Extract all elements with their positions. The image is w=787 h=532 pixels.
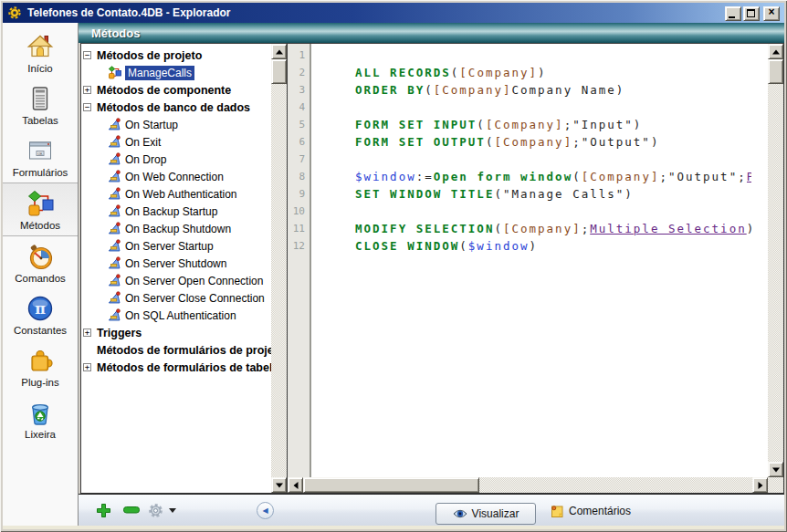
code-token: Company Name) [511, 83, 624, 97]
code-token: [Company] [503, 222, 582, 235]
code-line: CLOSE WINDOW($window) [313, 237, 768, 255]
scroll-right-icon[interactable] [752, 477, 768, 493]
collapse-icon[interactable]: − [83, 51, 91, 59]
tree-row[interactable]: +Métodos de formulários de tabela [81, 359, 271, 376]
sidebar-item-metodos[interactable]: Métodos [3, 183, 78, 236]
tree-row[interactable]: On Server Open Connection [81, 272, 271, 289]
settings-button[interactable] [146, 501, 164, 519]
remove-button[interactable] [122, 506, 141, 515]
code-token: [Company] [459, 66, 538, 79]
code-token: ; [659, 170, 668, 183]
tree-row[interactable]: On Server Shutdown [81, 255, 271, 272]
code-token: ( [425, 83, 434, 97]
tree-row[interactable]: −Métodos de banco de dados [81, 99, 271, 116]
expand-icon[interactable]: + [83, 86, 91, 94]
tree-item-label: On Exit [125, 136, 161, 149]
expand-icon[interactable]: + [83, 329, 91, 337]
tables-icon [26, 84, 54, 113]
maximize-button[interactable] [743, 6, 760, 21]
window-title: Telefones de Contato.4DB - Explorador [27, 6, 230, 19]
footer-toolbar: ◀ Visualizar Comentários [79, 494, 784, 526]
scrollbar-thumb[interactable] [271, 59, 287, 84]
sidebar-item-label: Métodos [20, 220, 60, 231]
sidebar-item-label: Comandos [15, 273, 66, 284]
sidebar-item-label: Tabelas [22, 115, 58, 126]
sidebar-item-label: Início [27, 63, 53, 74]
scroll-left-icon[interactable] [288, 477, 303, 493]
code-token: ALL RECORDS [355, 66, 451, 79]
collapse-icon[interactable]: − [83, 103, 91, 111]
tree-item-label: On Server Open Connection [125, 275, 263, 287]
plugins-icon [26, 346, 54, 375]
minimize-button[interactable] [725, 6, 741, 21]
expand-icon[interactable]: + [83, 363, 91, 371]
code-token: ; [582, 222, 591, 235]
tree-row[interactable]: On Web Connection [81, 168, 271, 185]
tree-row[interactable]: On Web Authentication [81, 185, 271, 203]
sidebar-item-constantes[interactable]: πConstantes [3, 288, 78, 340]
tree-row[interactable]: On Exit [81, 133, 271, 151]
code-line [313, 151, 768, 168]
sidebar-item-lixeira[interactable]: Lixeira [3, 392, 78, 444]
scrollbar-thumb[interactable] [768, 59, 783, 84]
tree-row[interactable]: On Server Close Connection [81, 289, 271, 307]
tree-item-label: On Server Close Connection [125, 292, 265, 305]
tree-row[interactable]: On Backup Shutdown [81, 220, 271, 237]
window-frame-bottom [3, 526, 784, 529]
scroll-up-icon[interactable] [768, 44, 783, 59]
close-button[interactable]: × [763, 6, 780, 21]
tree-row[interactable]: −Métodos de projeto [81, 47, 271, 64]
home-icon [26, 32, 54, 61]
code-token: ) [530, 239, 539, 253]
code-line [313, 47, 768, 64]
tree-row[interactable]: On SQL Authentication [81, 307, 271, 324]
code-token: ( [494, 222, 503, 235]
code-token: ; [572, 135, 582, 149]
editor-horizontal-scrollbar[interactable] [288, 477, 768, 493]
tree-row[interactable]: +Triggers [81, 324, 271, 341]
tree-item-label: On SQL Authentication [125, 309, 236, 322]
sidebar: InícioTabelasOKFormuláriosMétodosComando… [3, 23, 79, 526]
database-method-icon [108, 187, 121, 201]
code-line: ALL RECORDS([Company]) [313, 64, 768, 81]
tree-row[interactable]: On Drop [81, 151, 271, 168]
line-number: 1 [288, 47, 310, 64]
line-number: 5 [288, 116, 310, 133]
code-token: ( [459, 239, 468, 253]
line-number: 7 [288, 151, 310, 168]
sidebar-item-tabelas[interactable]: Tabelas [3, 78, 78, 130]
tree-row[interactable]: On Backup Startup [81, 203, 271, 220]
comentarios-button[interactable]: Comentários [550, 504, 631, 518]
tree-row[interactable]: On Startup [81, 116, 271, 133]
commands-icon [26, 242, 54, 271]
sidebar-item-inicio[interactable]: Início [3, 26, 78, 78]
tree-row[interactable]: +Métodos de componente [81, 81, 271, 99]
sidebar-item-comandos[interactable]: Comandos [3, 236, 78, 288]
add-button[interactable] [94, 501, 112, 519]
code-token: ( [451, 66, 460, 79]
database-method-icon [108, 152, 121, 166]
collapse-panel-button[interactable]: ◀ [257, 502, 274, 519]
editor-vertical-scrollbar[interactable] [768, 44, 783, 477]
tree-row[interactable]: On Server Startup [81, 237, 271, 255]
visualizar-button[interactable]: Visualizar [435, 503, 536, 525]
scroll-down-icon[interactable] [768, 462, 783, 477]
sidebar-item-formularios[interactable]: OKFormulários [3, 130, 78, 183]
code-editor[interactable]: ALL RECORDS([Company])ORDER BY([Company]… [313, 44, 768, 477]
database-method-icon [108, 291, 121, 305]
chevron-down-icon[interactable] [169, 508, 176, 513]
scroll-down-icon[interactable] [271, 477, 287, 493]
sidebar-item-plugins[interactable]: Plug-ins [3, 340, 78, 392]
scrollbar-thumb[interactable] [303, 477, 479, 493]
code-line: MODIFY SELECTION([Company];Multiple Sele… [313, 220, 768, 237]
code-token: ; [738, 170, 747, 183]
code-token: P [747, 168, 751, 185]
code-token: Open form window [434, 170, 572, 183]
tree-row[interactable]: ManageCalls [81, 64, 271, 81]
methods-tree[interactable]: −Métodos de projetoManageCalls+Métodos d… [81, 44, 271, 493]
visualizar-label: Visualizar [472, 507, 519, 520]
scroll-up-icon[interactable] [271, 44, 287, 59]
tree-vertical-scrollbar[interactable] [271, 44, 287, 493]
sidebar-item-label: Plug-ins [21, 377, 59, 388]
tree-row[interactable]: Métodos de formulários de projeto [81, 341, 271, 359]
